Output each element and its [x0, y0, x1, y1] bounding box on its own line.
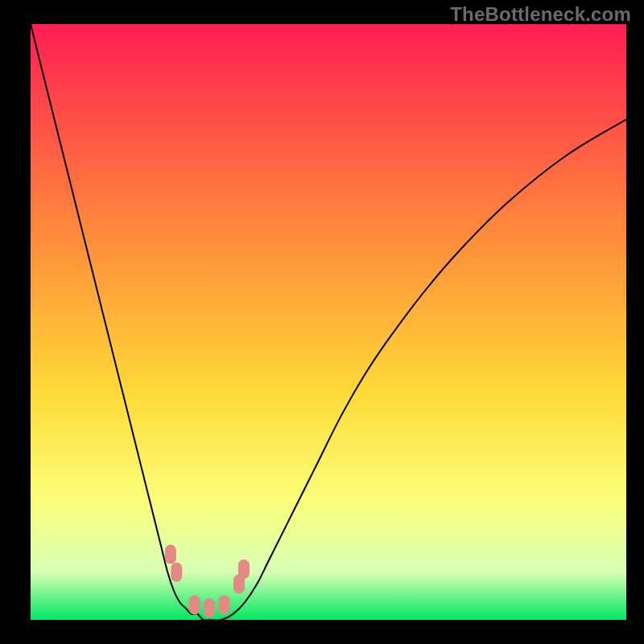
marker-right-upper: [238, 559, 250, 579]
marker-left-upper: [165, 545, 176, 564]
marker-bottom-1: [189, 596, 200, 615]
watermark-text: TheBottleneck.com: [450, 3, 631, 26]
chart-frame: TheBottleneck.com: [0, 0, 644, 644]
marker-left-lower: [171, 563, 182, 582]
plot-area: [31, 24, 626, 620]
marker-bottom-3: [219, 596, 230, 615]
gradient-background: [31, 24, 626, 620]
marker-bottom-2: [204, 598, 215, 617]
chart-svg: [31, 24, 626, 620]
